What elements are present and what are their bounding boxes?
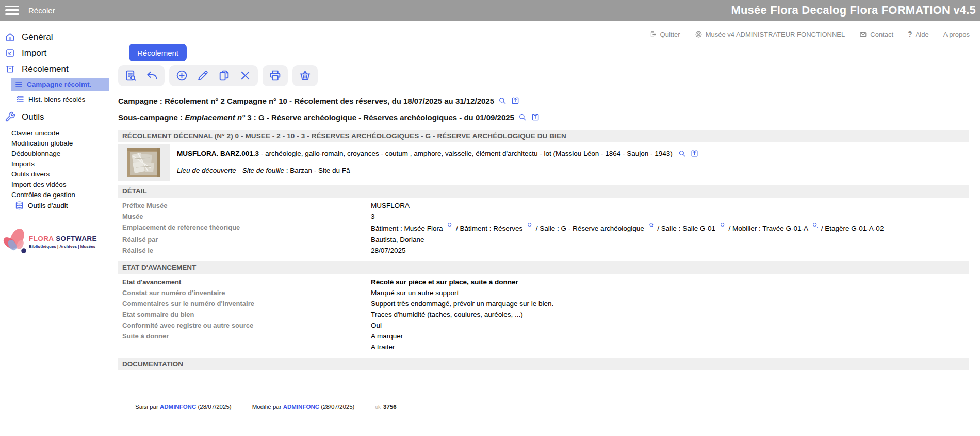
search-icon[interactable] (527, 222, 533, 229)
subcampaign-text: Sous-campagne : Emplacement n° 3 : G - R… (118, 113, 514, 122)
delete-button[interactable] (239, 69, 252, 82)
flora-butterfly-icon (1, 226, 32, 257)
print-button[interactable] (269, 69, 282, 82)
field-value: Support très endommagé, prévoir un marqu… (371, 298, 969, 309)
saisi-user-link[interactable]: ADMINFONC (160, 403, 196, 410)
sidebar-item-recolement[interactable]: Récolement (0, 61, 109, 77)
discovery-line: Lieu de découverte - Site de fouille : B… (177, 167, 699, 174)
database-icon (14, 201, 24, 211)
quitter-link[interactable]: Quitter (649, 30, 680, 38)
field-label: Musée (122, 211, 371, 222)
campaign-line: Campagne : Récolement n° 2 Campagne n° 1… (118, 96, 969, 105)
sidebar-item-imports[interactable]: Imports (11, 159, 109, 169)
topbar-nav-label[interactable]: Récoler (28, 6, 55, 15)
plus-circle-icon (175, 69, 188, 82)
sidebar-item-outils-divers[interactable]: Outils divers (11, 169, 109, 180)
sidebar-item-import-des-vid-os[interactable]: Import des vidéos (11, 180, 109, 190)
item-id: MUSFLORA. BARZ.001.3 (177, 150, 259, 157)
basket-icon (299, 69, 312, 82)
sidebar-item-outils-audit[interactable]: Outils d'audit (0, 200, 109, 211)
open-record-icon[interactable] (690, 149, 699, 158)
field-label: Conformité avec registre ou autre source (122, 320, 371, 331)
field-value: Oui (371, 320, 969, 331)
list-search-icon (124, 69, 137, 82)
emplacement-segment: Bâtiment : Réserves (460, 224, 523, 232)
import-icon (5, 47, 15, 58)
sidebar-item-label: Hist. biens récolés (28, 95, 85, 103)
sidebar-item-hist-biens-recoles[interactable]: Hist. biens récolés (0, 92, 109, 106)
sidebar-item-general[interactable]: Général (0, 29, 109, 45)
emplacement-segment: Mobilier : Travée G-01-A (732, 224, 808, 232)
sidebar-item-label: Campagne récolmt. (27, 80, 91, 88)
search-icon[interactable] (720, 222, 726, 229)
basket-button[interactable] (299, 69, 312, 82)
search-icon[interactable] (648, 222, 655, 229)
apropos-link[interactable]: A propos (943, 30, 970, 38)
copy-button[interactable] (218, 69, 231, 82)
user-icon (695, 30, 703, 38)
home-icon (5, 31, 15, 42)
field-row: Commentaires sur le numéro d'inventaire … (122, 298, 969, 309)
search-icon[interactable] (812, 222, 819, 229)
field-row: Emplacement de référence théorique Bâtim… (122, 222, 969, 234)
emplacement-segment: Bâtiment : Musée Flora (371, 224, 443, 232)
emplacement-separator: / (657, 224, 661, 232)
search-icon[interactable] (518, 112, 527, 122)
field-row: Etat d'avancement Récolé sur pièce et su… (122, 277, 969, 287)
emplacement-segment: Etagère G-01-A-02 (825, 224, 884, 232)
field-value: Marqué sur un autre support (371, 287, 969, 298)
sidebar-item-campagne-recolement[interactable]: Campagne récolmt. (11, 78, 109, 91)
search-icon[interactable] (498, 96, 507, 105)
emplacement-segment: Salle : G - Réserve archéologique (540, 224, 644, 232)
open-record-icon[interactable] (531, 112, 540, 122)
app-title: Musée Flora Decalog Flora FORMATION v4.5 (731, 4, 980, 17)
field-row: Etat sommaire du bien Traces d'humidité … (122, 309, 969, 320)
toolbar-group-search (118, 65, 165, 86)
archive-box-icon (5, 63, 15, 74)
record-audit-footer: Saisi par ADMINFONC (28/07/2025) Modifié… (135, 403, 969, 410)
add-button[interactable] (175, 69, 188, 82)
list-search-button[interactable] (124, 69, 137, 82)
field-row: Préfixe Musée MUSFLORA (122, 200, 969, 211)
detail-section: Préfixe Musée MUSFLORA Musée 3 Emplaceme… (118, 198, 969, 257)
item-thumbnail[interactable] (118, 144, 170, 181)
utility-links: Quitter Musée v4 ADMINISTRATEUR FONCTION… (649, 30, 970, 38)
menu-lines-icon (14, 80, 23, 89)
sidebar-item-clavier-unicode[interactable]: Clavier unicode (11, 128, 109, 138)
flora-software-logo: FLORA SOFTWARE Bibliothèques | Archives … (1, 226, 109, 257)
back-button[interactable] (145, 69, 158, 82)
aide-link[interactable]: ? Aide (908, 30, 929, 38)
sidebar-item-contr-les-de-gestion[interactable]: Contrôles de gestion (11, 190, 109, 200)
envelope-icon (859, 30, 867, 38)
modifie-user-link[interactable]: ADMINFONC (283, 403, 319, 410)
emplacement-separator: / (456, 224, 460, 232)
field-label: Emplacement de référence théorique (122, 222, 371, 234)
field-label: Commentaires sur le numéro d'inventaire (122, 298, 371, 309)
tab-recolement[interactable]: Récolement (129, 44, 187, 61)
checklist-icon (15, 94, 25, 104)
open-record-icon[interactable] (511, 96, 520, 105)
campaign-text: Campagne : Récolement n° 2 Campagne n° 1… (118, 96, 494, 105)
saisi-par: Saisi par ADMINFONC (28/07/2025) (135, 403, 232, 410)
contact-link[interactable]: Contact (859, 30, 893, 38)
sidebar-item-modification-globale[interactable]: Modification globale (11, 138, 109, 149)
field-value: 3 (371, 211, 969, 222)
field-label: Réalisé le (122, 245, 371, 256)
field-row: Suite à donner A marquerA traiter (122, 331, 969, 352)
search-icon[interactable] (447, 222, 453, 229)
item-title-line: MUSFLORA. BARZ.001.3 - archéologie, gall… (177, 149, 699, 158)
record-header: RÉCOLEMENT DÉCENNAL (N° 2) 0 - MUSEE - 2… (118, 130, 969, 142)
sidebar-item-import[interactable]: Import (0, 45, 109, 61)
wrench-icon (5, 111, 15, 122)
field-label: Etat sommaire du bien (122, 309, 371, 320)
record-uk: uk3756 (375, 403, 396, 410)
sidebar-item-d-doublonnage[interactable]: Dédoublonnage (11, 149, 109, 159)
sidebar-item-outils[interactable]: Outils (0, 109, 109, 125)
logo-tagline: Bibliothèques | Archives | Musées (29, 244, 97, 249)
field-value: MUSFLORA (371, 200, 969, 211)
sidebar-item-label: Récolement (22, 64, 69, 74)
search-icon[interactable] (678, 149, 687, 158)
menu-icon[interactable] (5, 4, 19, 18)
user-menu[interactable]: Musée v4 ADMINISTRATEUR FONCTIONNEL (695, 30, 845, 38)
edit-button[interactable] (197, 69, 209, 82)
